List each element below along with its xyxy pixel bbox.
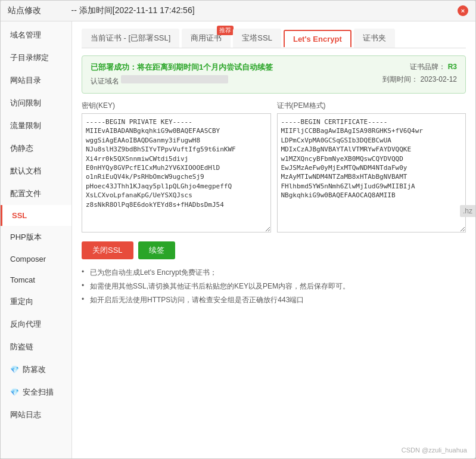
sidebar-item-label: 防篡改 bbox=[23, 364, 46, 375]
sidebar-item-log[interactable]: 网站日志 bbox=[1, 404, 71, 426]
tab-letsencrypt[interactable]: Let's Encrypt bbox=[284, 30, 351, 47]
sidebar-item-label: Tomcat bbox=[10, 275, 35, 284]
sidebar-item-label: 流量限制 bbox=[10, 120, 41, 131]
sidebar-item-label: 安全扫描 bbox=[23, 387, 54, 398]
expire-row: 到期时间： 2023-02-12 bbox=[382, 75, 457, 85]
sidebar-item-flow[interactable]: 流量限制 bbox=[1, 114, 71, 137]
sidebar: 域名管理子目录绑定网站目录访问限制流量限制伪静态默认文档配置文件SSLPHP版本… bbox=[1, 21, 72, 458]
dialog-body: 域名管理子目录绑定网站目录访问限制流量限制伪静态默认文档配置文件SSLPHP版本… bbox=[1, 21, 475, 458]
sidebar-item-label: PHP版本 bbox=[10, 232, 42, 243]
sidebar-item-config[interactable]: 配置文件 bbox=[1, 182, 71, 205]
close-ssl-button[interactable]: 关闭SSL bbox=[82, 241, 133, 259]
sidebar-item-label: 访问限制 bbox=[10, 98, 41, 108]
gem-icon: 💎 bbox=[10, 388, 19, 396]
sidebar-item-webdir[interactable]: 网站目录 bbox=[1, 69, 71, 92]
hz-badge: .hz bbox=[460, 205, 475, 217]
expire-value: 2023-02-12 bbox=[421, 75, 457, 83]
sidebar-item-label: 配置文件 bbox=[10, 188, 41, 199]
key-textarea[interactable] bbox=[82, 113, 271, 232]
close-button[interactable]: × bbox=[458, 5, 468, 16]
sidebar-item-label: 域名管理 bbox=[10, 30, 41, 41]
domain-label: 认证域名 bbox=[91, 75, 273, 86]
btn-row: 关闭SSL 续签 bbox=[82, 241, 466, 259]
domain-value bbox=[121, 75, 228, 83]
brand-row: 证书品牌： R3 bbox=[382, 62, 457, 72]
info-item: 如开启后无法使用HTTPS访问，请检查安全组是否正确放行443端口 bbox=[82, 295, 466, 305]
sidebar-item-redirect[interactable]: 重定向 bbox=[1, 290, 71, 313]
brand-value: R3 bbox=[448, 63, 457, 71]
sidebar-item-label: 反向代理 bbox=[10, 319, 41, 330]
sidebar-item-label: 伪静态 bbox=[10, 143, 33, 154]
key-label: 密钥(KEY) bbox=[82, 101, 271, 111]
info-list: 已为您自动生成Let's Encrypt免费证书；如需使用其他SSL,请切换其他… bbox=[82, 268, 466, 305]
gem-icon: 💎 bbox=[10, 365, 19, 374]
cert-block: 证书(PEM格式) bbox=[277, 101, 466, 234]
sidebar-item-default[interactable]: 默认文档 bbox=[1, 160, 71, 182]
sidebar-item-domain[interactable]: 域名管理 bbox=[1, 24, 71, 46]
cert-label: 证书(PEM格式) bbox=[277, 101, 466, 111]
sidebar-item-composer[interactable]: Composer bbox=[1, 249, 71, 269]
cert-textarea[interactable] bbox=[277, 113, 466, 232]
tabs-container: 当前证书 - [已部署SSL]商用证书推荐宝塔SSLLet's Encrypt证… bbox=[82, 29, 466, 48]
tab-current[interactable]: 当前证书 - [已部署SSL] bbox=[82, 29, 179, 48]
tab-baota[interactable]: 宝塔SSL bbox=[233, 29, 281, 48]
tab-commercial[interactable]: 商用证书推荐 bbox=[182, 29, 231, 48]
main-content: 当前证书 - [已部署SSL]商用证书推荐宝塔SSLLet's Encrypt证… bbox=[72, 21, 475, 458]
sidebar-item-hotlink[interactable]: 防盗链 bbox=[1, 336, 71, 358]
sidebar-item-ssl[interactable]: SSL bbox=[1, 205, 71, 226]
sidebar-item-label: 网站日志 bbox=[10, 410, 41, 420]
sidebar-item-label: 默认文档 bbox=[10, 166, 41, 176]
brand-label: 证书品牌： bbox=[410, 63, 446, 71]
info-item: 如需使用其他SSL,请切换其他证书后粘贴您的KEY以及PEM内容，然后保存即可。 bbox=[82, 281, 466, 291]
sidebar-item-label: 子目录绑定 bbox=[10, 52, 49, 63]
sidebar-item-pseudo[interactable]: 伪静态 bbox=[1, 137, 71, 160]
dialog-title: 站点修改 -- 添加时间[2022-11-11 17:42:56] bbox=[8, 5, 195, 16]
title-text: 站点修改 bbox=[8, 5, 41, 15]
sidebar-item-label: Composer bbox=[10, 255, 46, 263]
domain-label-text: 认证域名 bbox=[91, 77, 119, 85]
banner-right: 证书品牌： R3 到期时间： 2023-02-12 bbox=[382, 62, 457, 87]
tab-certbox[interactable]: 证书夹 bbox=[354, 29, 395, 48]
dialog: 站点修改 -- 添加时间[2022-11-11 17:42:56] × 域名管理… bbox=[0, 0, 476, 459]
sidebar-item-proxy[interactable]: 反向代理 bbox=[1, 313, 71, 336]
sidebar-item-subdir[interactable]: 子目录绑定 bbox=[1, 46, 71, 69]
success-banner: 已部署成功：将在距离到期时间1个月内尝试自动续签 认证域名 证书品牌： R3 到… bbox=[82, 55, 466, 94]
sidebar-item-label: 网站目录 bbox=[10, 75, 41, 86]
banner-left: 已部署成功：将在距离到期时间1个月内尝试自动续签 认证域名 bbox=[91, 62, 273, 86]
sidebar-item-scan[interactable]: 💎安全扫描 bbox=[1, 381, 71, 404]
cert-section: 密钥(KEY) 证书(PEM格式) bbox=[82, 101, 466, 234]
dialog-header: 站点修改 -- 添加时间[2022-11-11 17:42:56] × bbox=[1, 1, 475, 21]
sidebar-item-label: 重定向 bbox=[10, 296, 33, 307]
watermark: CSDN @zzuli_huahua bbox=[402, 446, 467, 454]
sidebar-item-php[interactable]: PHP版本 bbox=[1, 226, 71, 249]
info-item: 已为您自动生成Let's Encrypt免费证书； bbox=[82, 268, 466, 278]
sidebar-item-access[interactable]: 访问限制 bbox=[1, 92, 71, 114]
renew-button[interactable]: 续签 bbox=[138, 241, 175, 259]
sidebar-item-label: SSL bbox=[12, 211, 27, 220]
tab-badge: 推荐 bbox=[217, 26, 234, 35]
expire-label: 到期时间： bbox=[382, 75, 418, 83]
sidebar-item-label: 防盗链 bbox=[10, 342, 33, 352]
sidebar-item-tamper[interactable]: 💎防篡改 bbox=[1, 358, 71, 381]
subtitle-text: -- 添加时间[2022-11-11 17:42:56] bbox=[71, 5, 195, 15]
key-block: 密钥(KEY) bbox=[82, 101, 271, 234]
sidebar-item-tomcat[interactable]: Tomcat bbox=[1, 269, 71, 290]
success-title: 已部署成功：将在距离到期时间1个月内尝试自动续签 bbox=[91, 62, 273, 73]
